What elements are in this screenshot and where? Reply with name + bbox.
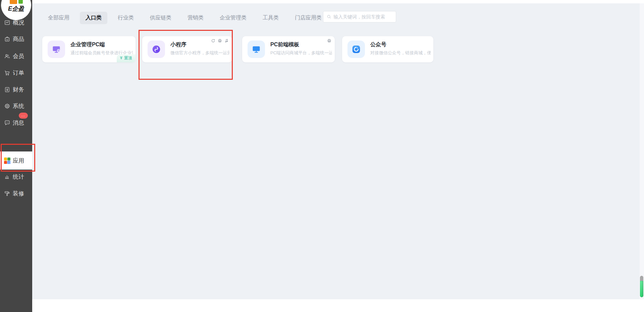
sidebar-item-overview[interactable]: 概况 (0, 16, 32, 29)
printer-icon[interactable] (218, 39, 222, 43)
refresh-icon[interactable] (211, 39, 215, 43)
sidebar-item-decorate[interactable]: 装修 (0, 187, 32, 200)
scrollbar-thumb-body (640, 281, 643, 297)
sidebar: E企盈 概况 商品 会员 订单 财务 系统 消息 . (0, 0, 32, 312)
card-title: 小程序 (170, 41, 186, 48)
card-desc: 对接微信公众号，链接商城，便于... (370, 50, 431, 56)
scrollbar-thumb[interactable] (640, 276, 643, 297)
sidebar-item-members[interactable]: 会员 (0, 49, 32, 63)
pin-top-icon (119, 56, 123, 60)
tab-all-apps[interactable]: 全部应用 (42, 12, 75, 24)
sidebar-item-stats[interactable]: 统计 (0, 170, 32, 183)
search-icon (327, 14, 331, 19)
tab-marketing-type[interactable]: 营销类 (182, 12, 209, 24)
logo-text: E企盈 (1, 5, 31, 13)
sidebar-item-messages[interactable]: 消息 ... (0, 116, 32, 129)
pin-top-badge[interactable]: 置顶 (117, 54, 136, 62)
sidebar-item-goods[interactable]: 商品 (0, 32, 32, 46)
pin-top-label: 置顶 (124, 55, 132, 61)
tab-tools-type[interactable]: 工具类 (257, 12, 284, 24)
card-title: 公众号 (370, 41, 386, 48)
official-account-icon (347, 41, 365, 58)
sidebar-item-orders[interactable]: 订单 (0, 66, 32, 79)
tab-supply-chain-type[interactable]: 供应链类 (144, 12, 177, 24)
printer-icon[interactable] (327, 39, 331, 43)
sidebar-item-finance[interactable]: 财务 (0, 83, 32, 96)
scrollbar-track[interactable] (640, 3, 644, 299)
search-input[interactable] (333, 11, 396, 22)
members-icon (4, 53, 10, 59)
app-card-pc-admin[interactable]: 企业管理PC端 通过前端会员账号登录进行企业管理 置顶 (42, 36, 136, 62)
apps-grid-icon (4, 158, 10, 164)
overview-icon (4, 19, 10, 26)
tab-enterprise-type[interactable]: 企业管理类 (214, 12, 252, 24)
card-title: PC前端模板 (270, 41, 299, 48)
logo-mark-icon (10, 0, 23, 4)
app-card-official-account[interactable]: 公众号 对接微信公众号，链接商城，便于... (342, 36, 433, 62)
sidebar-item-label: 系统 (13, 102, 24, 110)
tab-industry-type[interactable]: 行业类 (112, 12, 140, 24)
sidebar-item-label: 统计 (13, 173, 24, 181)
sidebar-item-label: 概况 (13, 19, 24, 26)
system-gear-icon (4, 103, 10, 109)
finance-yen-icon (4, 86, 10, 93)
pc-template-monitor-icon (248, 41, 265, 58)
main-area: 全部应用 入口类 行业类 供应链类 营销类 企业管理类 工具类 门店应用类 企业… (32, 0, 644, 312)
goods-bag-icon (4, 36, 10, 42)
paint-roller-icon (4, 190, 10, 197)
card-action-icons (327, 39, 331, 43)
miniprogram-icon (148, 41, 165, 58)
tab-entry-type[interactable]: 入口类 (80, 12, 107, 24)
app-card-pc-template[interactable]: PC前端模板 PC端访问商城平台，多端统一运... (242, 36, 335, 62)
note-icon[interactable] (224, 39, 229, 43)
app-screen: E企盈 概况 商品 会员 订单 财务 系统 消息 . (0, 0, 644, 312)
scrollbar-thumb-cap (640, 276, 643, 281)
category-tabbar: 全部应用 入口类 行业类 供应链类 营销类 企业管理类 工具类 门店应用类 (42, 12, 332, 24)
sidebar-item-label: 应用 (13, 157, 24, 165)
card-desc: 微信官方小程序，多端统一运营。 (170, 50, 229, 56)
card-desc: PC端访问商城平台，多端统一运... (270, 50, 332, 56)
card-action-icons (211, 39, 229, 43)
sidebar-item-label: 财务 (13, 86, 24, 93)
sidebar-item-system[interactable]: 系统 (0, 99, 32, 113)
sidebar-item-apps[interactable]: 应用 (0, 151, 32, 170)
message-count-badge: ... (19, 113, 28, 119)
app-card-miniprogram[interactable]: 小程序 微信官方小程序，多端统一运营。 (142, 36, 232, 62)
card-title: 企业管理PC端 (70, 41, 105, 48)
keyword-search (323, 11, 396, 22)
sidebar-item-label: 商品 (13, 35, 24, 43)
sidebar-item-label: 装修 (13, 190, 24, 197)
sidebar-item-label: 会员 (13, 52, 24, 60)
tab-store-app-type[interactable]: 门店应用类 (289, 12, 327, 24)
orders-cart-icon (4, 70, 10, 76)
sidebar-item-label: 订单 (13, 69, 24, 77)
stats-bars-icon (4, 174, 10, 180)
sidebar-item-label: 消息 (13, 119, 24, 127)
pc-admin-monitor-icon (48, 41, 65, 58)
message-bubble-icon (4, 120, 10, 126)
